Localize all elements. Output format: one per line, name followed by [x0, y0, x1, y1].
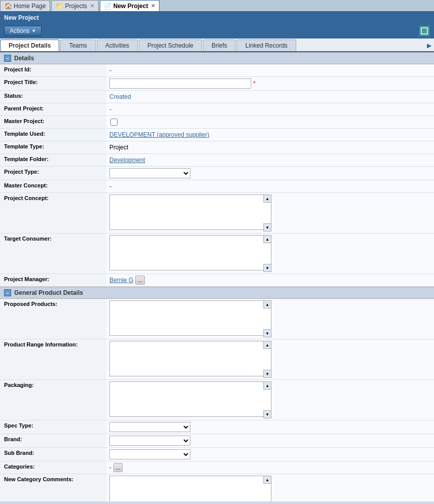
- corner-button[interactable]: [419, 25, 430, 36]
- label-packaging: Packaging:: [0, 380, 106, 390]
- label-project-manager: Project Manager:: [0, 274, 106, 284]
- row-master-project: Master Project:: [0, 116, 434, 129]
- value-master-project: [106, 116, 434, 128]
- actions-button[interactable]: Actions ▼: [4, 26, 42, 36]
- target-consumer-scroll-up[interactable]: ▲: [263, 235, 271, 243]
- packaging-scroll-down[interactable]: ▼: [263, 410, 271, 418]
- tab-activities[interactable]: Activities: [97, 40, 138, 51]
- product-range-info-scroll-up[interactable]: ▲: [263, 341, 271, 349]
- project-manager-lookup[interactable]: ...: [135, 276, 144, 285]
- value-project-manager: Bernie G ...: [106, 274, 434, 286]
- svg-rect-1: [422, 29, 426, 33]
- project-id-value: -: [109, 67, 111, 74]
- row-product-range-info: Product Range Information: ▲ ▼: [0, 339, 434, 380]
- tab-scroll-right[interactable]: ▶: [424, 40, 434, 51]
- new-category-comments-scroll: ▲ ▼: [109, 476, 271, 501]
- details-section-header: − Details: [0, 52, 434, 64]
- document-icon: 📄: [104, 3, 111, 10]
- spec-type-select[interactable]: [109, 422, 190, 432]
- row-sub-brand: Sub Brand:: [0, 448, 434, 461]
- master-concept-value: -: [109, 183, 111, 190]
- row-project-manager: Project Manager: Bernie G ...: [0, 274, 434, 287]
- value-new-category-comments: ▲ ▼: [106, 474, 434, 501]
- row-proposed-products: Proposed Products: ▲ ▼: [0, 299, 434, 339]
- proposed-products-scroll-down[interactable]: ▼: [263, 329, 271, 337]
- label-product-range-info: Product Range Information:: [0, 339, 106, 350]
- project-type-select[interactable]: [109, 168, 190, 178]
- proposed-products-textarea[interactable]: [109, 300, 271, 336]
- tab-teams[interactable]: Teams: [60, 40, 95, 51]
- target-consumer-textarea[interactable]: [109, 235, 271, 270]
- proposed-products-scroll-up[interactable]: ▲: [263, 300, 271, 308]
- row-status: Status: Created: [0, 91, 434, 103]
- label-status: Status:: [0, 91, 106, 101]
- value-sub-brand: [106, 448, 434, 461]
- value-status: Created: [106, 91, 434, 103]
- value-brand: [106, 434, 434, 447]
- project-concept-scroll-down[interactable]: ▼: [263, 223, 271, 231]
- row-template-used: Template Used: DEVELOPMENT (approved sup…: [0, 129, 434, 141]
- master-project-checkbox[interactable]: [110, 119, 117, 126]
- tab-briefs[interactable]: Briefs: [203, 40, 236, 51]
- tab-project-details[interactable]: Project Details: [0, 40, 59, 51]
- tab-new-project-close[interactable]: ✕: [151, 3, 155, 9]
- tab-projects-close[interactable]: ✕: [90, 3, 94, 9]
- general-product-toggle[interactable]: −: [4, 289, 11, 296]
- details-toggle[interactable]: −: [4, 55, 11, 62]
- label-target-consumer: Target Consumer:: [0, 234, 106, 244]
- target-consumer-scroll-down[interactable]: ▼: [263, 264, 271, 272]
- row-project-concept: Project Concept: ▲ ▼: [0, 193, 434, 234]
- packaging-scroll-up[interactable]: ▲: [263, 381, 271, 390]
- new-category-comments-scroll-up[interactable]: ▲: [263, 476, 271, 484]
- row-spec-type: Spec Type:: [0, 420, 434, 434]
- tab-bar: 🏠 Home Page 📁 Projects ✕ 📄 New Project ✕: [0, 0, 434, 12]
- title-bar: New Project: [0, 12, 434, 23]
- corner-icon: [421, 27, 428, 34]
- brand-select[interactable]: [109, 436, 190, 446]
- template-folder-value[interactable]: Development: [109, 157, 145, 164]
- project-title-input[interactable]: [109, 79, 251, 89]
- inner-tab-bar: Project Details Teams Activities Project…: [0, 38, 434, 52]
- sub-brand-select[interactable]: [109, 449, 190, 459]
- tab-home[interactable]: 🏠 Home Page: [0, 0, 50, 11]
- row-project-id: Project Id: -: [0, 64, 434, 77]
- new-category-comments-textarea[interactable]: [109, 476, 271, 501]
- value-template-used: DEVELOPMENT (approved supplier): [106, 129, 434, 141]
- row-parent-project: Parent Project: -: [0, 103, 434, 116]
- row-project-title: Project Title: *: [0, 77, 434, 91]
- general-product-section-label: General Product Details: [14, 289, 83, 296]
- categories-value: -: [109, 464, 111, 471]
- row-new-category-comments: New Category Comments: ▲ ▼: [0, 474, 434, 501]
- tab-projects[interactable]: 📁 Projects ✕: [51, 0, 98, 11]
- value-categories: - ...: [106, 461, 434, 474]
- product-range-info-scroll-down[interactable]: ▼: [263, 370, 271, 378]
- value-packaging: ▲ ▼: [106, 380, 434, 420]
- tab-new-project[interactable]: 📄 New Project ✕: [100, 0, 160, 11]
- home-icon: 🏠: [5, 3, 12, 10]
- packaging-textarea[interactable]: [109, 381, 271, 417]
- tab-project-schedule[interactable]: Project Schedule: [139, 40, 202, 51]
- tab-linked-records[interactable]: Linked Records: [236, 40, 296, 51]
- tab-home-label: Home Page: [14, 3, 46, 10]
- project-concept-textarea[interactable]: [109, 195, 271, 230]
- row-target-consumer: Target Consumer: ▲ ▼: [0, 234, 434, 274]
- project-concept-scroll-up[interactable]: ▲: [263, 195, 271, 203]
- dropdown-arrow-icon: ▼: [31, 28, 36, 33]
- product-range-info-textarea[interactable]: [109, 341, 271, 376]
- value-proposed-products: ▲ ▼: [106, 299, 434, 339]
- packaging-scroll: ▲ ▼: [109, 381, 271, 418]
- template-used-value[interactable]: DEVELOPMENT (approved supplier): [109, 131, 209, 138]
- row-master-concept: Master Concept: -: [0, 180, 434, 193]
- categories-lookup[interactable]: ...: [113, 463, 123, 472]
- value-product-range-info: ▲ ▼: [106, 339, 434, 379]
- value-project-concept: ▲ ▼: [106, 193, 434, 233]
- main-content: − Details Project Id: - Project Title: *…: [0, 52, 434, 501]
- label-master-concept: Master Concept:: [0, 180, 106, 190]
- label-project-title: Project Title:: [0, 77, 106, 87]
- label-spec-type: Spec Type:: [0, 420, 106, 431]
- tab-projects-label: Projects: [65, 3, 87, 10]
- label-brand: Brand:: [0, 434, 106, 444]
- row-packaging: Packaging: ▲ ▼: [0, 380, 434, 420]
- label-proposed-products: Proposed Products:: [0, 299, 106, 309]
- general-product-section-header: − General Product Details: [0, 287, 434, 299]
